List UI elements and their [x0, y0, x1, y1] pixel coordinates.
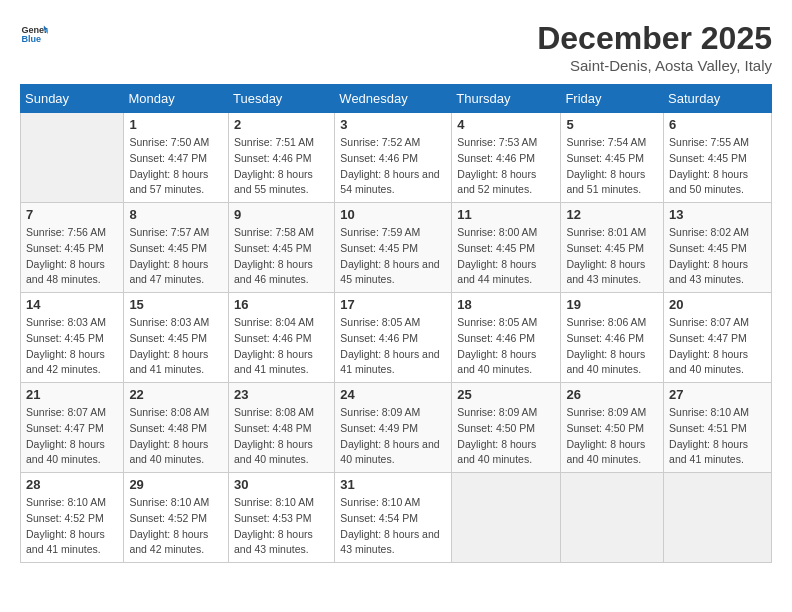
day-number: 5: [566, 117, 658, 132]
day-number: 18: [457, 297, 555, 312]
calendar-cell: 20Sunrise: 8:07 AMSunset: 4:47 PMDayligh…: [664, 293, 772, 383]
day-number: 11: [457, 207, 555, 222]
day-info: Sunrise: 8:07 AMSunset: 4:47 PMDaylight:…: [669, 315, 766, 378]
day-info: Sunrise: 7:59 AMSunset: 4:45 PMDaylight:…: [340, 225, 446, 288]
calendar-cell: [452, 473, 561, 563]
day-info: Sunrise: 8:09 AMSunset: 4:50 PMDaylight:…: [566, 405, 658, 468]
page-header: General Blue December 2025 Saint-Denis, …: [20, 20, 772, 74]
day-number: 1: [129, 117, 223, 132]
day-info: Sunrise: 8:05 AMSunset: 4:46 PMDaylight:…: [457, 315, 555, 378]
day-number: 24: [340, 387, 446, 402]
weekday-label: Tuesday: [228, 85, 334, 113]
day-info: Sunrise: 8:10 AMSunset: 4:51 PMDaylight:…: [669, 405, 766, 468]
location-title: Saint-Denis, Aosta Valley, Italy: [537, 57, 772, 74]
day-info: Sunrise: 8:10 AMSunset: 4:54 PMDaylight:…: [340, 495, 446, 558]
weekday-label: Thursday: [452, 85, 561, 113]
day-info: Sunrise: 8:03 AMSunset: 4:45 PMDaylight:…: [129, 315, 223, 378]
day-number: 19: [566, 297, 658, 312]
title-area: December 2025 Saint-Denis, Aosta Valley,…: [537, 20, 772, 74]
weekday-header-row: SundayMondayTuesdayWednesdayThursdayFrid…: [21, 85, 772, 113]
calendar-cell: 12Sunrise: 8:01 AMSunset: 4:45 PMDayligh…: [561, 203, 664, 293]
calendar-cell: 5Sunrise: 7:54 AMSunset: 4:45 PMDaylight…: [561, 113, 664, 203]
weekday-label: Friday: [561, 85, 664, 113]
calendar-cell: 18Sunrise: 8:05 AMSunset: 4:46 PMDayligh…: [452, 293, 561, 383]
svg-text:Blue: Blue: [21, 34, 41, 44]
day-info: Sunrise: 8:10 AMSunset: 4:53 PMDaylight:…: [234, 495, 329, 558]
day-info: Sunrise: 7:56 AMSunset: 4:45 PMDaylight:…: [26, 225, 118, 288]
day-number: 23: [234, 387, 329, 402]
weekday-label: Sunday: [21, 85, 124, 113]
day-number: 4: [457, 117, 555, 132]
day-number: 31: [340, 477, 446, 492]
day-info: Sunrise: 8:06 AMSunset: 4:46 PMDaylight:…: [566, 315, 658, 378]
calendar-cell: 1Sunrise: 7:50 AMSunset: 4:47 PMDaylight…: [124, 113, 229, 203]
weekday-label: Wednesday: [335, 85, 452, 113]
day-info: Sunrise: 8:10 AMSunset: 4:52 PMDaylight:…: [129, 495, 223, 558]
calendar-cell: 11Sunrise: 8:00 AMSunset: 4:45 PMDayligh…: [452, 203, 561, 293]
day-number: 27: [669, 387, 766, 402]
calendar-cell: 23Sunrise: 8:08 AMSunset: 4:48 PMDayligh…: [228, 383, 334, 473]
day-info: Sunrise: 8:01 AMSunset: 4:45 PMDaylight:…: [566, 225, 658, 288]
calendar-cell: 8Sunrise: 7:57 AMSunset: 4:45 PMDaylight…: [124, 203, 229, 293]
day-number: 15: [129, 297, 223, 312]
logo: General Blue: [20, 20, 48, 48]
calendar-cell: 7Sunrise: 7:56 AMSunset: 4:45 PMDaylight…: [21, 203, 124, 293]
weekday-label: Saturday: [664, 85, 772, 113]
day-info: Sunrise: 7:51 AMSunset: 4:46 PMDaylight:…: [234, 135, 329, 198]
calendar-cell: 2Sunrise: 7:51 AMSunset: 4:46 PMDaylight…: [228, 113, 334, 203]
day-number: 22: [129, 387, 223, 402]
day-info: Sunrise: 7:50 AMSunset: 4:47 PMDaylight:…: [129, 135, 223, 198]
day-number: 30: [234, 477, 329, 492]
calendar-cell: 27Sunrise: 8:10 AMSunset: 4:51 PMDayligh…: [664, 383, 772, 473]
day-number: 8: [129, 207, 223, 222]
day-info: Sunrise: 8:09 AMSunset: 4:50 PMDaylight:…: [457, 405, 555, 468]
calendar-cell: 31Sunrise: 8:10 AMSunset: 4:54 PMDayligh…: [335, 473, 452, 563]
day-info: Sunrise: 8:04 AMSunset: 4:46 PMDaylight:…: [234, 315, 329, 378]
calendar-week-row: 21Sunrise: 8:07 AMSunset: 4:47 PMDayligh…: [21, 383, 772, 473]
day-info: Sunrise: 7:52 AMSunset: 4:46 PMDaylight:…: [340, 135, 446, 198]
day-number: 25: [457, 387, 555, 402]
day-info: Sunrise: 8:07 AMSunset: 4:47 PMDaylight:…: [26, 405, 118, 468]
calendar-cell: 19Sunrise: 8:06 AMSunset: 4:46 PMDayligh…: [561, 293, 664, 383]
day-number: 14: [26, 297, 118, 312]
day-info: Sunrise: 8:09 AMSunset: 4:49 PMDaylight:…: [340, 405, 446, 468]
calendar-cell: 24Sunrise: 8:09 AMSunset: 4:49 PMDayligh…: [335, 383, 452, 473]
day-info: Sunrise: 7:58 AMSunset: 4:45 PMDaylight:…: [234, 225, 329, 288]
calendar-week-row: 14Sunrise: 8:03 AMSunset: 4:45 PMDayligh…: [21, 293, 772, 383]
calendar-cell: 10Sunrise: 7:59 AMSunset: 4:45 PMDayligh…: [335, 203, 452, 293]
calendar-cell: [664, 473, 772, 563]
month-title: December 2025: [537, 20, 772, 57]
calendar-cell: 26Sunrise: 8:09 AMSunset: 4:50 PMDayligh…: [561, 383, 664, 473]
calendar-cell: 17Sunrise: 8:05 AMSunset: 4:46 PMDayligh…: [335, 293, 452, 383]
day-info: Sunrise: 7:54 AMSunset: 4:45 PMDaylight:…: [566, 135, 658, 198]
day-number: 7: [26, 207, 118, 222]
day-number: 20: [669, 297, 766, 312]
day-number: 6: [669, 117, 766, 132]
calendar-cell: 16Sunrise: 8:04 AMSunset: 4:46 PMDayligh…: [228, 293, 334, 383]
day-number: 28: [26, 477, 118, 492]
calendar-cell: 14Sunrise: 8:03 AMSunset: 4:45 PMDayligh…: [21, 293, 124, 383]
calendar-cell: 22Sunrise: 8:08 AMSunset: 4:48 PMDayligh…: [124, 383, 229, 473]
day-info: Sunrise: 8:08 AMSunset: 4:48 PMDaylight:…: [129, 405, 223, 468]
calendar-cell: 13Sunrise: 8:02 AMSunset: 4:45 PMDayligh…: [664, 203, 772, 293]
day-number: 21: [26, 387, 118, 402]
weekday-label: Monday: [124, 85, 229, 113]
day-number: 9: [234, 207, 329, 222]
day-info: Sunrise: 8:10 AMSunset: 4:52 PMDaylight:…: [26, 495, 118, 558]
calendar-cell: 28Sunrise: 8:10 AMSunset: 4:52 PMDayligh…: [21, 473, 124, 563]
day-number: 10: [340, 207, 446, 222]
day-info: Sunrise: 8:03 AMSunset: 4:45 PMDaylight:…: [26, 315, 118, 378]
calendar-cell: [561, 473, 664, 563]
day-info: Sunrise: 8:08 AMSunset: 4:48 PMDaylight:…: [234, 405, 329, 468]
day-info: Sunrise: 7:53 AMSunset: 4:46 PMDaylight:…: [457, 135, 555, 198]
calendar-week-row: 7Sunrise: 7:56 AMSunset: 4:45 PMDaylight…: [21, 203, 772, 293]
calendar-cell: 21Sunrise: 8:07 AMSunset: 4:47 PMDayligh…: [21, 383, 124, 473]
calendar-cell: 30Sunrise: 8:10 AMSunset: 4:53 PMDayligh…: [228, 473, 334, 563]
day-info: Sunrise: 8:02 AMSunset: 4:45 PMDaylight:…: [669, 225, 766, 288]
day-number: 3: [340, 117, 446, 132]
calendar-cell: 4Sunrise: 7:53 AMSunset: 4:46 PMDaylight…: [452, 113, 561, 203]
calendar-cell: 3Sunrise: 7:52 AMSunset: 4:46 PMDaylight…: [335, 113, 452, 203]
day-number: 26: [566, 387, 658, 402]
calendar-table: SundayMondayTuesdayWednesdayThursdayFrid…: [20, 84, 772, 563]
calendar-cell: 6Sunrise: 7:55 AMSunset: 4:45 PMDaylight…: [664, 113, 772, 203]
